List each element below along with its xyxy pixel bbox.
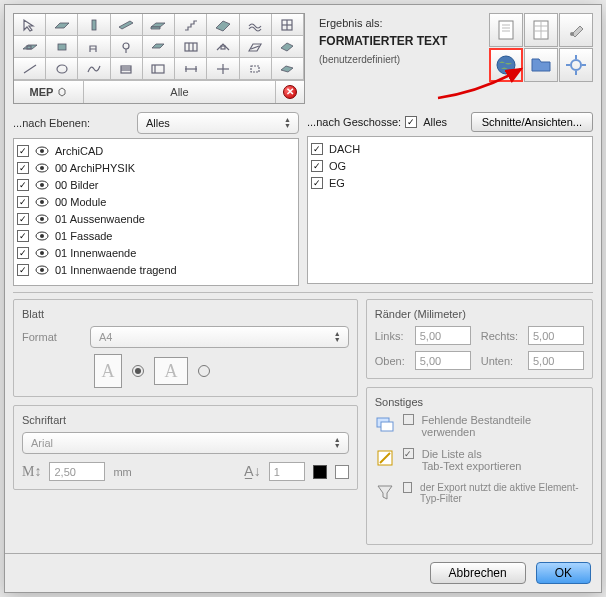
eye-icon [35, 231, 49, 241]
list-item[interactable]: 00 Module [17, 193, 295, 210]
separator [13, 292, 593, 293]
checkbox[interactable] [311, 143, 323, 155]
tool-elevation[interactable] [272, 58, 304, 80]
orientation-landscape-radio[interactable] [198, 365, 210, 377]
mode-doc-icon[interactable] [489, 13, 523, 47]
tool-roof[interactable] [207, 14, 239, 36]
tool-dimension[interactable] [175, 58, 207, 80]
options-area: Blatt Format A4 ▲▼ A A Schriftart [5, 299, 601, 553]
checkbox[interactable] [17, 145, 29, 157]
list-item-label: 01 Fassade [55, 230, 112, 242]
checkbox[interactable] [17, 264, 29, 276]
list-item-label: ArchiCAD [55, 145, 103, 157]
tool-door[interactable] [14, 36, 46, 58]
mode-globe-icon[interactable] [489, 48, 523, 82]
sections-views-button[interactable]: Schnitte/Ansichten... [471, 112, 593, 132]
list-item[interactable]: 00 ArchiPHYSIK [17, 159, 295, 176]
checkbox[interactable] [17, 230, 29, 242]
ok-button[interactable]: OK [536, 562, 591, 584]
list-item[interactable]: 01 Fassade [17, 227, 295, 244]
checkbox[interactable] [311, 160, 323, 172]
tool-lamp-icon[interactable] [111, 36, 143, 58]
orientation-portrait-radio[interactable] [132, 365, 144, 377]
margin-right-label: Rechts: [481, 330, 518, 342]
list-item[interactable]: EG [311, 174, 589, 191]
list-item[interactable]: 00 Bilder [17, 176, 295, 193]
tool-circle[interactable] [46, 58, 78, 80]
tool-fill-icon[interactable] [111, 58, 143, 80]
tool-window[interactable] [272, 14, 304, 36]
missing-parts-checkbox[interactable] [403, 414, 414, 425]
tool-arrow[interactable] [14, 14, 46, 36]
checkbox[interactable] [17, 196, 29, 208]
list-item[interactable]: OG [311, 157, 589, 174]
tool-chair-icon[interactable] [78, 36, 110, 58]
tool-stair[interactable] [175, 14, 207, 36]
list-item[interactable]: 01 Aussenwaende [17, 210, 295, 227]
color-square-white[interactable] [335, 465, 349, 479]
orientation-group: A A [94, 354, 349, 388]
misc-panel: Sonstiges Fehlende Bestandteile verwende… [366, 387, 593, 545]
margins-panel: Ränder (Milimeter) Links: Rechts: Oben: … [366, 299, 593, 379]
cancel-button[interactable]: Abbrechen [430, 562, 526, 584]
tool-object[interactable] [46, 36, 78, 58]
checkbox[interactable] [17, 162, 29, 174]
mode-table-icon[interactable] [524, 13, 558, 47]
tool-skylight[interactable] [207, 36, 239, 58]
svg-point-42 [40, 149, 44, 153]
checkbox[interactable] [17, 247, 29, 259]
sections-views-label: Schnitte/Ansichten... [482, 116, 582, 128]
story-all-checkbox[interactable] [405, 116, 417, 128]
tool-hotspot[interactable] [207, 58, 239, 80]
leading-icon: A̲↓ [244, 463, 261, 480]
checkbox[interactable] [17, 213, 29, 225]
tool-column[interactable] [78, 14, 110, 36]
color-square-black[interactable] [313, 465, 327, 479]
margin-bottom-input[interactable] [528, 351, 584, 370]
mode-settings-icon[interactable] [559, 13, 593, 47]
tool-text-icon[interactable] [143, 58, 175, 80]
svg-point-36 [571, 60, 581, 70]
format-combo[interactable]: A4 ▲▼ [90, 326, 349, 348]
font-size-input[interactable] [49, 462, 105, 481]
tool-wall[interactable] [46, 14, 78, 36]
list-item-label: 01 Innenwaende tragend [55, 264, 177, 276]
svg-point-54 [40, 251, 44, 255]
tool-spline-icon[interactable] [78, 58, 110, 80]
tool-line[interactable] [14, 58, 46, 80]
mode-gear-icon[interactable] [559, 48, 593, 82]
margin-right-input[interactable] [528, 326, 584, 345]
export-tab-checkbox[interactable] [403, 448, 414, 459]
tool-slab[interactable] [143, 14, 175, 36]
tool-mesh[interactable] [240, 14, 272, 36]
font-name-combo[interactable]: Arial ▲▼ [22, 432, 349, 454]
checkbox[interactable] [17, 179, 29, 191]
tool-morph-icon[interactable] [272, 36, 304, 58]
list-item-label: DACH [329, 143, 360, 155]
tool-beam[interactable] [111, 14, 143, 36]
mode-folder-icon[interactable] [524, 48, 558, 82]
list-item[interactable]: 01 Innenwaende [17, 244, 295, 261]
list-item[interactable]: ArchiCAD [17, 142, 295, 159]
margin-top-input[interactable] [415, 351, 471, 370]
list-item[interactable]: DACH [311, 140, 589, 157]
layer-listbox[interactable]: ArchiCAD 00 ArchiPHYSIK 00 Bilder 00 Mod… [13, 138, 299, 286]
palette-close-button[interactable]: ✕ [276, 81, 304, 103]
checkbox[interactable] [311, 177, 323, 189]
tool-shell[interactable] [240, 36, 272, 58]
palette-all-button[interactable]: Alle [84, 81, 276, 103]
margin-left-input[interactable] [415, 326, 471, 345]
layer-filter-label: ...nach Ebenen: [13, 117, 131, 129]
svg-rect-18 [152, 65, 164, 73]
use-type-filter-checkbox[interactable] [403, 482, 412, 493]
leading-input[interactable] [269, 462, 305, 481]
ok-label: OK [555, 566, 572, 580]
tool-section[interactable] [240, 58, 272, 80]
layer-filter-combo[interactable]: Alles ▲▼ [137, 112, 299, 134]
mep-button[interactable]: MEP [14, 81, 84, 103]
tool-curtain-wall[interactable] [175, 36, 207, 58]
missing-parts-icon [375, 414, 395, 434]
story-listbox[interactable]: DACH OG EG [307, 136, 593, 284]
tool-zone-icon[interactable] [143, 36, 175, 58]
list-item[interactable]: 01 Innenwaende tragend [17, 261, 295, 278]
